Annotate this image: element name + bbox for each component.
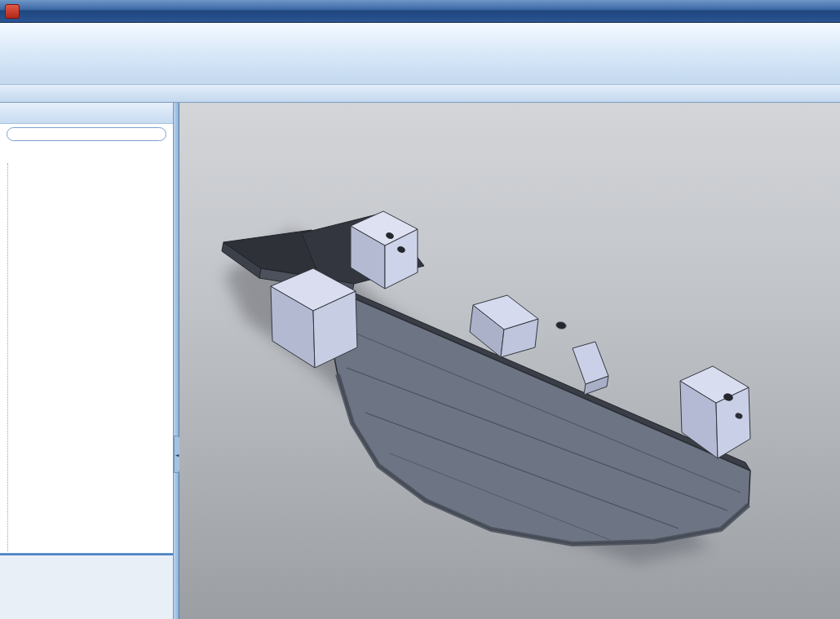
command-tab-row	[0, 85, 840, 103]
solidworks-window: ◄	[0, 0, 840, 619]
panel-tab-bar	[0, 103, 173, 124]
panel-splitter[interactable]: ◄	[173, 103, 179, 619]
command-manager-ribbon	[0, 23, 840, 85]
solidworks-logo	[5, 4, 24, 19]
tree-filter-row	[0, 124, 173, 144]
solidworks-logo-icon	[5, 4, 20, 19]
panel-empty-area	[0, 555, 173, 619]
feature-tree	[0, 144, 173, 553]
feature-manager-panel	[0, 103, 173, 619]
view-toolbar	[827, 99, 840, 102]
titlebar	[0, 0, 840, 23]
graphics-area[interactable]	[179, 103, 840, 619]
tree-guide-line	[7, 163, 8, 551]
tree-filter-input[interactable]	[7, 127, 166, 141]
3d-model	[179, 103, 840, 619]
main-content: ◄	[0, 103, 840, 619]
